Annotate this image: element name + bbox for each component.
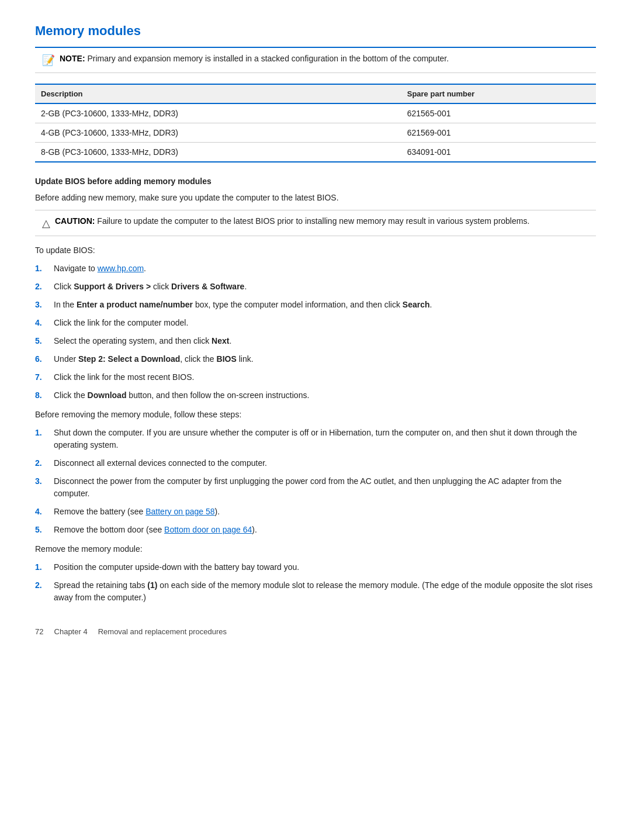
step-number: 2.	[35, 457, 54, 469]
footer-chapter: Chapter 4	[54, 627, 88, 636]
step-content: Shut down the computer. If you are unsur…	[54, 427, 596, 451]
footer: 72 Chapter 4 Removal and replacement pro…	[35, 627, 596, 636]
to-update-label: To update BIOS:	[35, 244, 596, 257]
step-number: 5.	[35, 524, 54, 536]
table-cell-description: 8-GB (PC3-10600, 1333-MHz, DDR3)	[35, 143, 401, 163]
list-item: 2.Disconnect all external devices connec…	[35, 457, 596, 469]
step-content: Select the operating system, and then cl…	[54, 335, 596, 347]
table-cell-spare-part: 634091-001	[401, 143, 596, 163]
section-heading: Update BIOS before adding memory modules	[35, 177, 596, 186]
list-item: 2.Click Support & Drivers > click Driver…	[35, 281, 596, 293]
step-content: Under Step 2: Select a Download, click t…	[54, 353, 596, 365]
caution-content: CAUTION: Failure to update the computer …	[55, 216, 529, 226]
footer-section: Removal and replacement procedures	[98, 627, 227, 636]
note-box: 📝 NOTE: Primary and expansion memory is …	[35, 47, 596, 73]
step-number: 3.	[35, 475, 54, 488]
list-item: 1.Position the computer upside-down with…	[35, 561, 596, 573]
col-description: Description	[35, 84, 401, 103]
remove-steps-list: 1.Position the computer upside-down with…	[35, 561, 596, 604]
step-content: Spread the retaining tabs (1) on each si…	[54, 579, 596, 604]
list-item: 3.Disconnect the power from the computer…	[35, 475, 596, 500]
table-cell-spare-part: 621565-001	[401, 103, 596, 123]
step-number: 1.	[35, 262, 54, 275]
step-number: 3.	[35, 299, 54, 311]
step-link[interactable]: Bottom door on page 64	[164, 525, 252, 534]
step-number: 1.	[35, 427, 54, 439]
caution-box: △ CAUTION: Failure to update the compute…	[35, 210, 596, 236]
note-text: Primary and expansion memory is installe…	[87, 54, 449, 63]
caution-text: Failure to update the computer to the la…	[97, 216, 529, 226]
step-content: Click the link for the computer model.	[54, 317, 596, 329]
step-number: 1.	[35, 561, 54, 573]
update-steps-list: 1.Navigate to www.hp.com.2.Click Support…	[35, 262, 596, 402]
step-content: Click the link for the most recent BIOS.	[54, 371, 596, 383]
caution-icon: △	[42, 217, 50, 230]
step-number: 8.	[35, 389, 54, 402]
step-content: Disconnect all external devices connecte…	[54, 457, 596, 469]
step-content: Remove the battery (see Battery on page …	[54, 506, 596, 518]
step-number: 2.	[35, 579, 54, 592]
before-adding-para: Before adding new memory, make sure you …	[35, 192, 596, 204]
list-item: 2.Spread the retaining tabs (1) on each …	[35, 579, 596, 604]
table-cell-description: 4-GB (PC3-10600, 1333-MHz, DDR3)	[35, 123, 401, 143]
step-number: 5.	[35, 335, 54, 347]
step-content: In the Enter a product name/number box, …	[54, 299, 596, 311]
step-content: Click the Download button, and then foll…	[54, 389, 596, 402]
step-number: 4.	[35, 506, 54, 518]
note-icon: 📝	[42, 54, 55, 67]
note-content: NOTE: Primary and expansion memory is in…	[60, 54, 449, 63]
list-item: 5.Select the operating system, and then …	[35, 335, 596, 347]
step-link[interactable]: Battery on page 58	[145, 507, 214, 516]
list-item: 5.Remove the bottom door (see Bottom doo…	[35, 524, 596, 536]
list-item: 6.Under Step 2: Select a Download, click…	[35, 353, 596, 365]
footer-page-num: 72	[35, 627, 43, 636]
note-label: NOTE:	[60, 54, 85, 63]
memory-table: Description Spare part number 2-GB (PC3-…	[35, 84, 596, 163]
col-spare-part: Spare part number	[401, 84, 596, 103]
step-number: 2.	[35, 281, 54, 293]
before-removing-para: Before removing the memory module, follo…	[35, 409, 596, 421]
step-content: Position the computer upside-down with t…	[54, 561, 596, 573]
step-content: Remove the bottom door (see Bottom door …	[54, 524, 596, 536]
table-row: 2-GB (PC3-10600, 1333-MHz, DDR3)621565-0…	[35, 103, 596, 123]
list-item: 4.Click the link for the computer model.	[35, 317, 596, 329]
step-number: 6.	[35, 353, 54, 365]
list-item: 4.Remove the battery (see Battery on pag…	[35, 506, 596, 518]
prereq-steps-list: 1.Shut down the computer. If you are uns…	[35, 427, 596, 536]
table-row: 8-GB (PC3-10600, 1333-MHz, DDR3)634091-0…	[35, 143, 596, 163]
list-item: 8.Click the Download button, and then fo…	[35, 389, 596, 402]
step-link[interactable]: www.hp.com	[98, 264, 144, 273]
step-content: Navigate to www.hp.com.	[54, 262, 596, 275]
page-title: Memory modules	[35, 23, 596, 39]
list-item: 1.Navigate to www.hp.com.	[35, 262, 596, 275]
caution-label: CAUTION:	[55, 216, 95, 226]
table-row: 4-GB (PC3-10600, 1333-MHz, DDR3)621569-0…	[35, 123, 596, 143]
list-item: 1.Shut down the computer. If you are uns…	[35, 427, 596, 451]
step-content: Click Support & Drivers > click Drivers …	[54, 281, 596, 293]
remove-memory-label: Remove the memory module:	[35, 543, 596, 555]
list-item: 3.In the Enter a product name/number box…	[35, 299, 596, 311]
table-cell-description: 2-GB (PC3-10600, 1333-MHz, DDR3)	[35, 103, 401, 123]
step-number: 4.	[35, 317, 54, 329]
step-number: 7.	[35, 371, 54, 383]
step-content: Disconnect the power from the computer b…	[54, 475, 596, 500]
list-item: 7.Click the link for the most recent BIO…	[35, 371, 596, 383]
table-cell-spare-part: 621569-001	[401, 123, 596, 143]
